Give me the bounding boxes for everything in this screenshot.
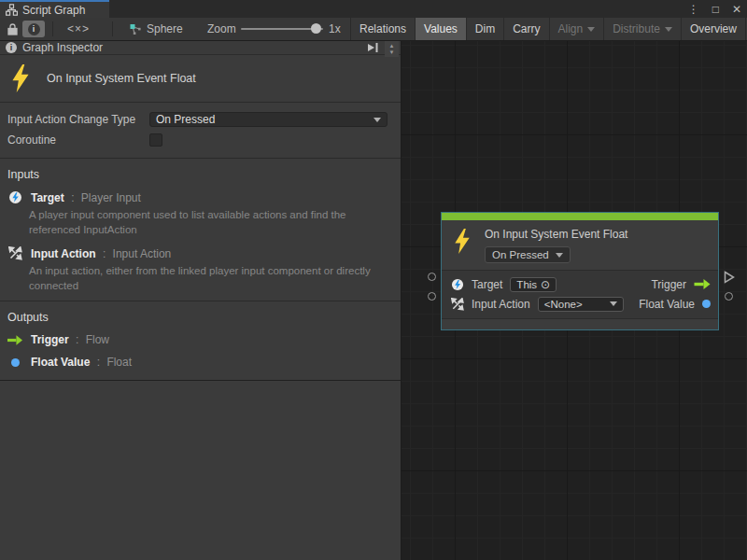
node-body: Target This ⊙ Trigger <box>442 271 718 318</box>
divider <box>0 380 401 381</box>
lock-icon[interactable] <box>7 18 18 40</box>
graph-inspector-panel: i Graph Inspector ▲ ▼ On Input System Ev… <box>0 41 402 560</box>
window-close-icon[interactable]: ✕ <box>732 4 741 15</box>
input-port-target[interactable] <box>428 273 436 281</box>
zoom-value: 1x <box>329 22 341 35</box>
toolbar-button-carry[interactable]: Carry <box>503 18 548 40</box>
input-action-icon <box>451 298 464 311</box>
script-graph-icon <box>6 4 18 16</box>
window-title-bar: Script Graph ⋮ □ ✕ <box>0 0 747 18</box>
inspected-node-header: On Input System Event Float <box>0 55 401 103</box>
output-item-trigger: Trigger : Flow <box>0 331 401 348</box>
code-icon: <×> <box>67 22 90 35</box>
coroutine-checkbox[interactable] <box>149 133 162 147</box>
change-type-label: Input Action Change Type <box>7 113 149 126</box>
change-type-dropdown[interactable]: On Pressed <box>149 112 388 127</box>
outputs-heading: Outputs <box>0 301 401 331</box>
window-menu-icon[interactable]: ⋮ <box>688 4 699 15</box>
toolbar-button-distribute[interactable]: Distribute <box>603 18 681 40</box>
zoom-label: Zoom <box>207 22 236 35</box>
output-port-float-value[interactable] <box>725 292 733 301</box>
input-port-input-action[interactable] <box>428 292 436 301</box>
scroll-down-icon[interactable]: ▼ <box>389 49 395 55</box>
chevron-down-icon <box>374 118 381 122</box>
port-label-input-action: Input Action <box>472 298 530 311</box>
player-input-icon <box>8 190 22 204</box>
event-node-header: On Input System Event Float On Pressed <box>442 220 718 271</box>
port-label-float-value: Float Value <box>639 298 695 311</box>
flow-arrow-icon <box>7 335 22 345</box>
port-label-trigger: Trigger <box>651 278 686 291</box>
lightning-bolt-icon <box>453 229 472 254</box>
graph-toolbar: i <×> Sphere Zoom 1x Relations Values Di… <box>0 18 747 41</box>
tab-label: Script Graph <box>22 4 85 17</box>
player-input-icon <box>451 278 464 291</box>
window-maximize-icon[interactable]: □ <box>712 4 719 15</box>
float-port-icon <box>11 358 20 367</box>
coroutine-label: Coroutine <box>7 133 149 147</box>
event-node[interactable]: On Input System Event Float On Pressed T… <box>441 212 719 330</box>
output-item-float-value: Float Value : Float <box>0 354 401 371</box>
info-icon: i <box>6 42 17 53</box>
input-item-description: An input action, either from the linked … <box>29 264 393 293</box>
lightning-bolt-icon <box>9 64 32 92</box>
graph-network-icon <box>129 18 143 40</box>
code-view-button[interactable]: <×> <box>67 18 90 40</box>
event-node-accent-bar <box>442 213 718 220</box>
input-item-target: Target : Player Input <box>0 189 401 206</box>
scrollbar-arrows[interactable]: ▲ ▼ <box>385 41 399 57</box>
zoom-slider-handle[interactable] <box>311 23 321 34</box>
toolbar-button-values[interactable]: Values <box>415 18 466 40</box>
toolbar-button-relations[interactable]: Relations <box>350 18 415 40</box>
port-label-target: Target <box>472 278 502 291</box>
toolbar-separator <box>112 21 113 36</box>
chevron-down-icon <box>556 253 563 258</box>
toolbar-button-overview[interactable]: Overview <box>681 18 745 40</box>
target-this-button[interactable]: This ⊙ <box>510 277 557 292</box>
chevron-down-icon <box>587 27 595 32</box>
node-change-type-dropdown[interactable]: On Pressed <box>485 246 571 263</box>
input-item-description: A player input component used to list av… <box>29 208 393 237</box>
input-action-dropdown[interactable]: <None> <box>538 297 624 312</box>
flow-arrow-icon <box>694 279 711 289</box>
input-action-icon <box>8 246 22 260</box>
graph-name-label: Sphere <box>147 22 183 35</box>
scroll-up-icon[interactable]: ▲ <box>389 43 395 49</box>
inspected-node-title: On Input System Event Float <box>47 72 196 85</box>
output-port-trigger[interactable] <box>724 271 735 284</box>
toolbar-separator <box>52 21 53 36</box>
inspector-title: Graph Inspector <box>22 41 360 54</box>
inputs-heading: Inputs <box>0 159 401 189</box>
inspector-toggle-button[interactable]: i <box>22 18 45 40</box>
toolbar-button-align[interactable]: Align <box>549 18 604 40</box>
node-title: On Input System Event Float <box>485 228 627 241</box>
float-port-icon <box>702 300 711 308</box>
expand-panel-icon[interactable] <box>366 42 379 53</box>
toolbar-button-dim[interactable]: Dim <box>466 18 503 40</box>
object-picker-icon: ⊙ <box>541 279 550 290</box>
tab-script-graph[interactable]: Script Graph <box>0 0 109 18</box>
node-row-target: Target This ⊙ Trigger <box>451 274 711 294</box>
node-row-input-action: Input Action <None> Float Value <box>451 294 711 314</box>
graph-canvas[interactable]: On Input System Event Float On Pressed T… <box>402 41 747 560</box>
chevron-down-icon <box>665 27 672 32</box>
zoom-slider[interactable] <box>241 28 323 30</box>
node-footer <box>442 318 718 329</box>
info-icon: i <box>28 23 40 35</box>
chevron-down-icon <box>610 301 617 306</box>
input-item-input-action: Input Action : Input Action <box>0 245 401 262</box>
